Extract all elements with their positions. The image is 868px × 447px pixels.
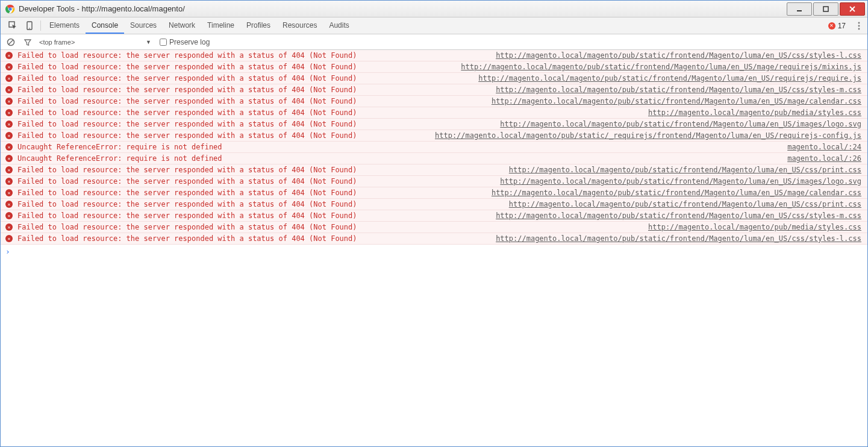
- tab-elements[interactable]: Elements: [43, 17, 86, 34]
- console-error-row: ✕Failed to load resource: the server res…: [1, 50, 867, 61]
- error-count-badge[interactable]: ✕ 17: [823, 17, 851, 34]
- error-icon: ✕: [5, 132, 13, 139]
- error-message-text: Failed to load resource: the server resp…: [17, 166, 357, 174]
- error-source-link[interactable]: http://magento.local/magento/pub/static/…: [492, 189, 861, 197]
- error-message-text: Failed to load resource: the server resp…: [17, 108, 357, 117]
- console-error-row: ✕Uncaught ReferenceError: require is not…: [1, 142, 867, 153]
- error-icon: ✕: [5, 166, 13, 173]
- error-source-link[interactable]: http://magento.local/magento/pub/static/…: [435, 131, 861, 140]
- error-source-link[interactable]: http://magento.local/magento/pub/media/s…: [648, 223, 861, 231]
- error-message-text: Failed to load resource: the server resp…: [17, 211, 357, 220]
- error-message-text: Failed to load resource: the server resp…: [17, 51, 357, 60]
- console-toolbar: <top frame> ▼ Preserve log: [1, 34, 867, 50]
- error-source-link[interactable]: http://magento.local/magento/pub/static/…: [509, 166, 861, 174]
- window-controls: [787, 2, 865, 16]
- svg-point-9: [29, 28, 30, 29]
- maximize-button[interactable]: [813, 2, 838, 16]
- svg-line-14: [8, 40, 13, 45]
- console-messages[interactable]: ✕Failed to load resource: the server res…: [1, 50, 867, 446]
- console-error-row: ✕Failed to load resource: the server res…: [1, 164, 867, 176]
- error-icon: ✕: [5, 201, 13, 208]
- preserve-log-checkbox[interactable]: [160, 39, 167, 46]
- error-message-text: Failed to load resource: the server resp…: [17, 234, 357, 243]
- console-error-row: ✕Failed to load resource: the server res…: [1, 233, 867, 245]
- preserve-log-control[interactable]: Preserve log: [160, 38, 210, 46]
- tabs-container: ElementsConsoleSourcesNetworkTimelinePro…: [43, 17, 355, 34]
- console-error-row: ✕Failed to load resource: the server res…: [1, 130, 867, 142]
- console-error-row: ✕Failed to load resource: the server res…: [1, 84, 867, 96]
- error-icon: ✕: [5, 143, 13, 151]
- tab-resources[interactable]: Resources: [276, 17, 323, 34]
- close-button[interactable]: [840, 2, 865, 16]
- tab-timeline[interactable]: Timeline: [201, 17, 240, 34]
- error-icon: ✕: [5, 109, 13, 116]
- separator: [40, 20, 41, 31]
- error-icon: ✕: [5, 120, 13, 128]
- error-source-link[interactable]: http://magento.local/magento/pub/static/…: [461, 63, 861, 71]
- kebab-menu-icon[interactable]: [851, 17, 867, 34]
- filter-icon[interactable]: [22, 37, 33, 48]
- svg-point-12: [858, 28, 860, 30]
- tab-network[interactable]: Network: [163, 17, 201, 34]
- preserve-log-label: Preserve log: [169, 38, 210, 46]
- inspect-element-icon[interactable]: [4, 17, 21, 34]
- svg-point-10: [858, 22, 860, 23]
- error-message-text: Failed to load resource: the server resp…: [17, 97, 357, 105]
- console-error-row: ✕Failed to load resource: the server res…: [1, 210, 867, 222]
- chevron-down-icon: ▼: [146, 39, 151, 45]
- console-error-row: ✕Failed to load resource: the server res…: [1, 96, 867, 107]
- minimize-button[interactable]: [787, 2, 812, 16]
- devtools-tabs: ElementsConsoleSourcesNetworkTimelinePro…: [1, 17, 867, 34]
- error-message-text: Uncaught ReferenceError: require is not …: [17, 154, 222, 163]
- error-source-link[interactable]: http://magento.local/magento/pub/static/…: [500, 120, 861, 128]
- error-source-link[interactable]: http://magento.local/magento/pub/static/…: [496, 234, 861, 243]
- error-icon: ✕: [5, 224, 13, 231]
- error-icon: ✕: [5, 75, 13, 82]
- console-error-row: ✕Failed to load resource: the server res…: [1, 107, 867, 119]
- clear-console-icon[interactable]: [5, 37, 16, 48]
- error-source-link[interactable]: magento.local/:24: [787, 143, 861, 151]
- error-icon: ✕: [5, 98, 13, 105]
- error-source-link[interactable]: http://magento.local/magento/pub/static/…: [509, 200, 861, 208]
- error-icon: ✕: [5, 155, 13, 162]
- error-source-link[interactable]: http://magento.local/magento/pub/static/…: [478, 74, 861, 83]
- error-icon: ✕: [5, 63, 13, 70]
- error-message-text: Failed to load resource: the server resp…: [17, 86, 357, 94]
- error-icon: ✕: [5, 86, 13, 93]
- console-error-row: ✕Failed to load resource: the server res…: [1, 176, 867, 187]
- tab-audits[interactable]: Audits: [323, 17, 355, 34]
- error-source-link[interactable]: magento.local/:26: [787, 154, 861, 163]
- error-message-text: Failed to load resource: the server resp…: [17, 74, 357, 83]
- frame-selector[interactable]: <top frame> ▼: [39, 37, 154, 48]
- window-title: Developer Tools - http://magento.local/m…: [19, 4, 787, 13]
- tab-sources[interactable]: Sources: [124, 17, 163, 34]
- error-icon: ✕: [5, 178, 13, 185]
- console-error-row: ✕Uncaught ReferenceError: require is not…: [1, 153, 867, 164]
- tab-profiles[interactable]: Profiles: [240, 17, 276, 34]
- error-icon: ✕: [5, 189, 13, 196]
- window-titlebar: Developer Tools - http://magento.local/m…: [1, 1, 867, 17]
- error-source-link[interactable]: http://magento.local/magento/pub/media/s…: [648, 108, 861, 117]
- error-message-text: Failed to load resource: the server resp…: [17, 223, 357, 231]
- console-error-row: ✕Failed to load resource: the server res…: [1, 199, 867, 210]
- svg-rect-4: [823, 7, 828, 11]
- tab-console[interactable]: Console: [86, 17, 124, 34]
- error-source-link[interactable]: http://magento.local/magento/pub/static/…: [496, 211, 861, 220]
- console-prompt[interactable]: ›: [1, 245, 867, 258]
- chrome-icon: [5, 4, 15, 14]
- error-source-link[interactable]: http://magento.local/magento/pub/static/…: [492, 97, 861, 105]
- error-message-text: Failed to load resource: the server resp…: [17, 63, 357, 71]
- error-icon: ✕: [5, 212, 13, 219]
- error-message-text: Failed to load resource: the server resp…: [17, 120, 357, 128]
- error-message-text: Failed to load resource: the server resp…: [17, 200, 357, 208]
- error-message-text: Failed to load resource: the server resp…: [17, 189, 357, 197]
- console-error-row: ✕Failed to load resource: the server res…: [1, 73, 867, 84]
- error-source-link[interactable]: http://magento.local/magento/pub/static/…: [496, 51, 861, 60]
- error-message-text: Failed to load resource: the server resp…: [17, 131, 357, 140]
- error-icon: ✕: [828, 22, 835, 30]
- error-source-link[interactable]: http://magento.local/magento/pub/static/…: [500, 177, 861, 186]
- console-error-row: ✕Failed to load resource: the server res…: [1, 187, 867, 199]
- console-error-row: ✕Failed to load resource: the server res…: [1, 61, 867, 73]
- device-mode-icon[interactable]: [21, 17, 38, 34]
- error-source-link[interactable]: http://magento.local/magento/pub/static/…: [496, 86, 861, 94]
